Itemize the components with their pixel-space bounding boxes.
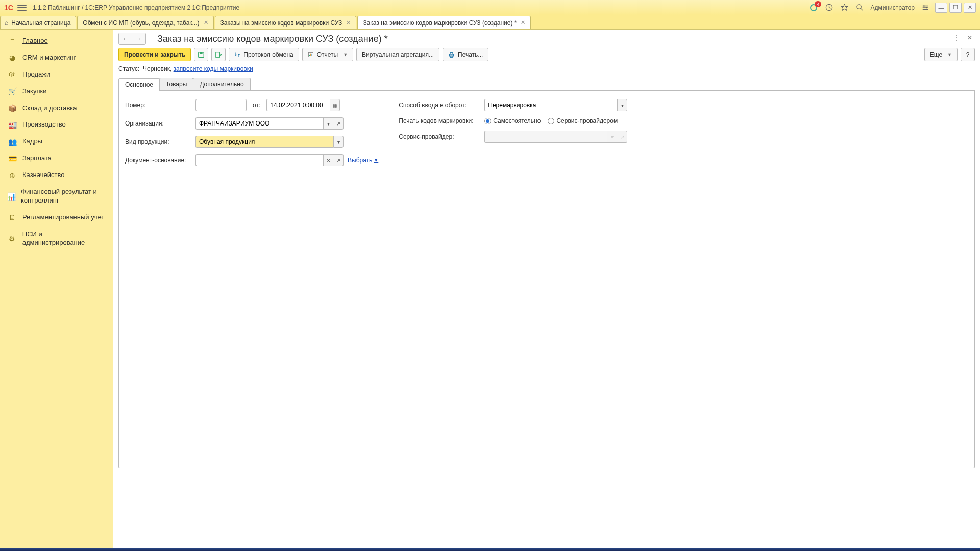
- settings-icon[interactable]: [920, 2, 931, 13]
- reports-button[interactable]: Отчеты ▼: [302, 48, 353, 61]
- formtab-goods[interactable]: Товары: [159, 78, 193, 90]
- sidebar-item-warehouse[interactable]: 📦Склад и доставка: [0, 100, 113, 117]
- nav-row: ← → Заказ на эмиссию кодов маркировки СУ…: [118, 33, 975, 45]
- tab-exchange[interactable]: Обмен с ИС МП (обувь, одежда, табак...) …: [77, 16, 213, 29]
- star-icon[interactable]: [839, 2, 850, 13]
- tab-orders-list[interactable]: Заказы на эмиссию кодов маркировки СУЗ ✕: [215, 16, 357, 29]
- organization-input[interactable]: [195, 117, 323, 130]
- circle-plus-icon: ⊕: [7, 171, 17, 180]
- help-button[interactable]: ?: [961, 48, 975, 61]
- logo-1c: 1C: [4, 4, 13, 12]
- clear-icon[interactable]: ✕: [323, 154, 333, 166]
- product-type-field: ▾: [195, 136, 344, 148]
- sidebar-item-label: Закупки: [22, 87, 46, 96]
- sidebar-item-label: Продажи: [22, 70, 50, 79]
- tab-close-icon[interactable]: ✕: [204, 19, 208, 26]
- history-icon[interactable]: [823, 2, 835, 13]
- sidebar-item-purchases[interactable]: 🛒Закупки: [0, 83, 113, 100]
- open-icon[interactable]: ↗: [333, 154, 344, 166]
- minimize-button[interactable]: —: [935, 3, 947, 13]
- from-label: от:: [253, 102, 260, 109]
- cart-icon: 🛒: [7, 87, 17, 95]
- save-button[interactable]: [194, 48, 208, 61]
- sidebar-item-salary[interactable]: 💳Зарплата: [0, 150, 113, 167]
- dropdown-icon[interactable]: ▾: [333, 136, 344, 148]
- radio-self[interactable]: Самостоятельно: [484, 117, 541, 124]
- close-window-button[interactable]: ✕: [964, 3, 976, 13]
- content: ⋮ ✕ ← → Заказ на эмиссию кодов маркировк…: [113, 30, 980, 551]
- tab-home[interactable]: ⌂ Начальная страница: [0, 16, 76, 29]
- svg-point-3: [923, 5, 925, 7]
- sidebar-item-accounting[interactable]: 🗎Регламентированный учет: [0, 209, 113, 226]
- number-input[interactable]: [195, 99, 247, 111]
- current-user[interactable]: Администратор: [870, 4, 915, 11]
- radio-dot-icon: [484, 118, 491, 124]
- open-icon[interactable]: ↗: [333, 117, 344, 130]
- page-title: Заказ на эмиссию кодов маркировки СУЗ (с…: [157, 34, 388, 44]
- button-label: Печать...: [458, 51, 483, 58]
- sidebar-item-label: Финансовый результат и контроллинг: [21, 188, 106, 205]
- main-menu-icon[interactable]: [17, 3, 27, 12]
- radio-provider[interactable]: Сервис-провайдером: [548, 117, 618, 124]
- gear-icon: ⚙: [7, 235, 17, 243]
- entry-method-field: ▾: [484, 99, 627, 111]
- people-icon: 👥: [7, 138, 17, 146]
- search-icon[interactable]: [854, 2, 865, 13]
- sidebar-item-nsi[interactable]: ⚙НСИ и администрирование: [0, 226, 113, 252]
- button-label: Еще: [930, 51, 942, 58]
- sidebar-item-crm[interactable]: ◕CRM и маркетинг: [0, 49, 113, 66]
- basis-input[interactable]: [195, 154, 323, 166]
- formtab-main[interactable]: Основное: [118, 78, 160, 91]
- entry-method-input[interactable]: [484, 99, 617, 111]
- service-provider-field: ▾ ↗: [484, 131, 627, 143]
- nav-back-button[interactable]: ←: [119, 33, 132, 44]
- tab-label: Начальная страница: [11, 19, 70, 27]
- radio-dot-icon: [548, 118, 554, 124]
- request-codes-link[interactable]: запросите коды маркировки: [174, 65, 253, 72]
- sidebar-item-sales[interactable]: 🛍Продажи: [0, 66, 113, 83]
- calendar-icon[interactable]: ▦: [330, 99, 340, 111]
- protocol-button[interactable]: Протокол обмена: [229, 48, 299, 61]
- notifications-icon[interactable]: 4: [808, 2, 819, 13]
- print-button[interactable]: Печать...: [443, 48, 488, 61]
- date-input[interactable]: [266, 99, 330, 111]
- tab-close-icon[interactable]: ✕: [521, 19, 525, 26]
- product-type-input[interactable]: [195, 136, 333, 148]
- close-form-icon[interactable]: ✕: [965, 33, 975, 43]
- sidebar-item-finance[interactable]: 📊Финансовый результат и контроллинг: [0, 184, 113, 209]
- tab-order-create[interactable]: Заказ на эмиссию кодов маркировки СУЗ (с…: [357, 16, 531, 29]
- svg-point-5: [924, 9, 925, 10]
- virtual-aggregation-button[interactable]: Виртуальная агрегация...: [356, 48, 439, 61]
- dropdown-icon[interactable]: ▾: [617, 99, 627, 111]
- card-icon: 💳: [7, 155, 17, 163]
- radio-label: Сервис-провайдером: [556, 117, 618, 124]
- more-button[interactable]: Еще ▼: [924, 48, 958, 61]
- tab-label: Заказ на эмиссию кодов маркировки СУЗ (с…: [363, 19, 517, 27]
- tab-close-icon[interactable]: ✕: [346, 19, 351, 26]
- more-menu-icon[interactable]: ⋮: [951, 33, 962, 43]
- formtab-extra[interactable]: Дополнительно: [193, 78, 250, 90]
- maximize-button[interactable]: ☐: [949, 3, 962, 13]
- printer-icon: [448, 52, 455, 58]
- nav-forward-button[interactable]: →: [132, 33, 145, 44]
- post-button[interactable]: [211, 48, 226, 61]
- sidebar-item-main[interactable]: ≡Главное: [0, 33, 113, 49]
- post-close-button[interactable]: Провести и закрыть: [118, 48, 191, 61]
- toolbar: Провести и закрыть Протокол обмена Отчет…: [118, 48, 975, 61]
- sidebar-item-label: Производство: [22, 120, 66, 129]
- window-title: 1.1.2 Паблишинг / 1С:ERP Управление пред…: [33, 4, 239, 11]
- svg-point-2: [857, 5, 861, 9]
- sidebar-item-treasury[interactable]: ⊕Казначейство: [0, 167, 113, 184]
- document-tabs: ⌂ Начальная страница Обмен с ИС МП (обув…: [0, 15, 980, 30]
- chevron-down-icon: ▼: [947, 52, 952, 57]
- form-right-column: Способ ввода в оборот: ▾ Печать кодов ма…: [399, 99, 627, 166]
- select-basis-link[interactable]: Выбрать ▼: [348, 157, 378, 164]
- sidebar-item-production[interactable]: 🏭Производство: [0, 116, 113, 133]
- product-type-label: Вид продукции:: [125, 138, 191, 145]
- button-label: Отчеты: [317, 51, 338, 58]
- sidebar-item-hr[interactable]: 👥Кадры: [0, 133, 113, 150]
- organization-label: Организация:: [125, 120, 191, 127]
- svg-rect-11: [310, 54, 311, 56]
- svg-rect-12: [311, 54, 312, 57]
- dropdown-icon[interactable]: ▾: [323, 117, 333, 130]
